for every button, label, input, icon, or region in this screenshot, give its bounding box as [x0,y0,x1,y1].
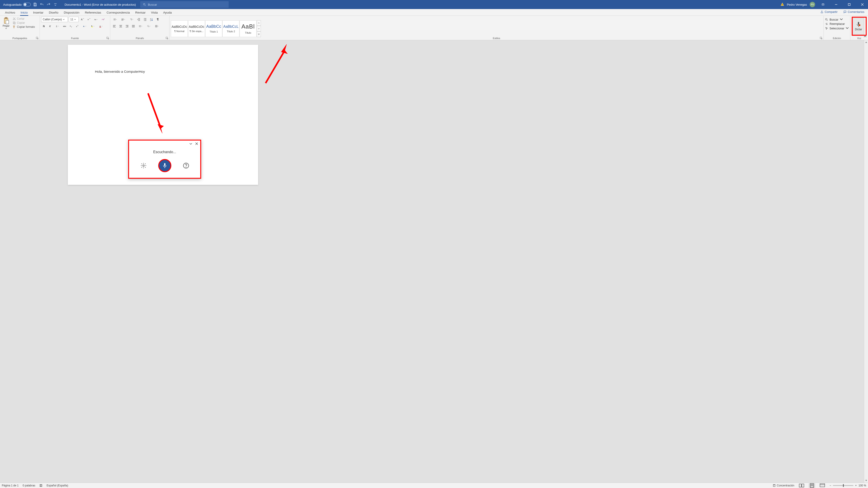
styles-gallery-scroll[interactable] [257,20,261,37]
strikethrough-button[interactable]: abc [62,24,67,29]
svg-line-90 [827,20,828,21]
gallery-more-icon[interactable] [257,31,261,37]
subscript-button[interactable]: x2 [68,24,74,29]
clipboard-dialog-launcher[interactable] [36,36,39,39]
search-input[interactable]: Buscar [141,1,228,8]
view-web-button[interactable] [819,483,826,488]
tab-correspondencia[interactable]: Correspondencia [104,10,132,15]
style-titulo[interactable]: AaBlTítulo [240,20,256,37]
vertical-scrollbar[interactable] [864,40,868,483]
tab-inicio[interactable]: Inicio [18,10,31,15]
tab-referencias[interactable]: Referencias [82,10,104,15]
highlight-button[interactable] [89,24,96,29]
gallery-down-icon[interactable] [257,26,261,31]
bold-button[interactable]: N [41,24,46,29]
superscript-button[interactable]: x2 [74,24,80,29]
zoom-in-button[interactable]: + [855,484,857,487]
italic-button[interactable]: K [48,24,53,29]
collapse-ribbon-button[interactable] [864,35,867,39]
sort-button[interactable]: AZ [149,17,154,22]
increase-indent-button[interactable] [143,17,148,22]
copy-button[interactable]: Copiar [13,21,35,24]
status-page[interactable]: Página 1 de 1 [2,484,19,487]
paragraph-dialog-launcher[interactable] [166,36,168,39]
styles-dialog-launcher[interactable] [820,36,823,39]
replace-button[interactable]: Reemplazar [825,22,849,26]
grow-font-button[interactable]: A [80,17,85,22]
qat-customize-icon[interactable] [53,2,58,7]
scroll-up-icon[interactable] [864,40,868,44]
share-button[interactable]: Compartir [819,10,839,14]
dictate-button[interactable]: Dictar [853,18,864,35]
tab-diseno[interactable]: Diseño [46,10,61,15]
status-wordcount[interactable]: 0 palabras [23,484,35,487]
align-center-button[interactable] [118,24,123,29]
dictation-mic-button[interactable] [158,159,171,172]
find-button[interactable]: Buscar [825,18,849,22]
font-dialog-launcher[interactable] [106,36,109,39]
chevron-down-icon[interactable] [189,142,192,145]
scroll-down-icon[interactable] [864,479,868,483]
status-spellcheck[interactable] [39,484,42,487]
style-noespaciado[interactable]: AaBbCcDc¶ Sin espa... [188,20,205,37]
comments-button[interactable]: Comentarios [842,10,866,14]
gear-icon [141,162,147,169]
dictation-panel: Escuchando... [128,140,201,179]
paste-button[interactable]: Pegar [1,17,11,30]
clear-formatting-button[interactable]: A [100,17,106,22]
multilevel-list-button[interactable] [128,17,135,22]
justify-button[interactable] [131,24,136,29]
undo-icon[interactable] [39,2,44,7]
status-language[interactable]: Español (España) [46,484,68,487]
view-read-button[interactable] [798,483,805,488]
close-button[interactable] [857,0,868,9]
ribbon-display-icon[interactable] [818,0,828,9]
line-spacing-button[interactable] [137,24,144,29]
align-right-button[interactable] [124,24,130,29]
user-name[interactable]: Pedro Venegas [787,3,807,6]
maximize-button[interactable] [844,0,855,9]
bullets-button[interactable] [112,17,119,22]
underline-button[interactable]: S [54,24,61,29]
text-effects-button[interactable]: A [81,24,88,29]
format-painter-button[interactable]: Copiar formato [13,25,35,29]
style-normal[interactable]: AaBbCcDc¶ Normal [171,20,188,37]
font-family-combo[interactable]: Calibri (Cuerpo) [41,17,68,22]
font-color-button[interactable]: A [97,24,104,29]
tab-vista[interactable]: Vista [148,10,160,15]
minimize-button[interactable] [831,0,841,9]
font-size-combo[interactable]: 11 [69,17,79,22]
style-titulo1[interactable]: AaBbCcTítulo 1 [205,20,222,37]
save-icon[interactable] [33,2,37,7]
zoom-slider[interactable] [833,485,853,486]
tab-insertar[interactable]: Insertar [31,10,46,15]
avatar[interactable]: PV [810,2,815,7]
decrease-indent-button[interactable] [136,17,142,22]
shrink-font-button[interactable]: A [86,17,91,22]
align-left-button[interactable] [112,24,117,29]
warning-icon [780,2,784,7]
style-titulo2[interactable]: AaBbCcLTítulo 2 [222,20,239,37]
zoom-level[interactable]: 100 % [859,484,866,487]
tab-ayuda[interactable]: Ayuda [160,10,175,15]
svg-rect-1 [34,5,36,6]
cut-button[interactable]: Cortar [13,17,35,20]
numbering-button[interactable]: 123 [120,17,127,22]
focus-mode-button[interactable]: Concentración [773,484,794,487]
borders-button[interactable] [153,24,160,29]
change-case-button[interactable]: Aa [92,17,99,22]
show-marks-button[interactable] [155,17,160,22]
dictation-settings-button[interactable] [141,162,147,169]
autosave-toggle[interactable]: Autoguardado [3,3,31,6]
shading-button[interactable] [145,24,152,29]
tab-archivo[interactable]: Archivo [2,10,18,15]
redo-icon[interactable] [46,2,51,7]
select-button[interactable]: Seleccionar [825,26,849,30]
zoom-out-button[interactable]: − [830,484,831,487]
tab-disposicion[interactable]: Disposición [61,10,82,15]
tab-revisar[interactable]: Revisar [132,10,148,15]
dictation-help-button[interactable] [183,162,189,169]
gallery-up-icon[interactable] [257,20,261,26]
view-print-button[interactable] [809,483,815,488]
close-icon[interactable] [195,142,198,145]
